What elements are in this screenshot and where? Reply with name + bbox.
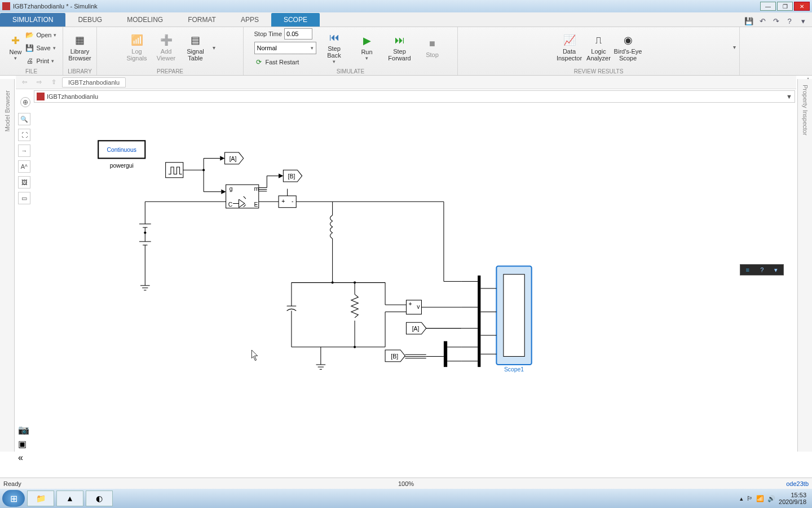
- taskbar-matlab-icon[interactable]: ▲: [56, 491, 83, 506]
- svg-text:+: +: [281, 198, 285, 204]
- tab-simulation[interactable]: SIMULATION: [0, 13, 65, 27]
- step-forward-button[interactable]: ⏭ Step Forward: [385, 28, 414, 67]
- taskbar-browser-icon[interactable]: ◐: [86, 491, 113, 506]
- close-button[interactable]: ✕: [794, 2, 810, 11]
- nav-back-icon[interactable]: ⇦: [18, 77, 30, 87]
- float-icon-1[interactable]: ≡: [746, 266, 749, 273]
- print-icon: 🖨: [25, 56, 34, 65]
- stop-icon: ■: [426, 37, 439, 50]
- hide-navigate-button[interactable]: ⊕: [20, 97, 30, 107]
- step-back-icon: ⏮: [328, 30, 341, 44]
- tab-format[interactable]: FORMAT: [175, 13, 228, 27]
- fast-restart-button[interactable]: ⟳Fast Restart: [254, 56, 316, 68]
- ribbon-toolbar: ✚ New ▾ 📂Open▾ 💾Save▾ 🖨Print▾ FILE ▦ Lib…: [0, 27, 812, 76]
- floating-toolbar[interactable]: ≡ ? ▾: [740, 264, 784, 275]
- taskbar-explorer-icon[interactable]: 📁: [27, 491, 54, 506]
- save-button[interactable]: 💾Save▾: [25, 42, 57, 54]
- logic-analyzer-icon: ⎍: [592, 33, 606, 47]
- open-button[interactable]: 📂Open▾: [25, 29, 57, 41]
- save-quick-icon[interactable]: 💾: [743, 15, 754, 27]
- log-signals-icon: 📶: [130, 33, 144, 47]
- status-ready: Ready: [3, 480, 21, 487]
- ribbon-tabs: SIMULATION DEBUG MODELING FORMAT APPS SC…: [0, 12, 812, 27]
- stoptime-label: Stop Time: [254, 30, 283, 37]
- path-dropdown-icon[interactable]: ▼: [786, 93, 792, 100]
- svg-text:Continuous: Continuous: [107, 147, 137, 153]
- step-back-button[interactable]: ⏮ Step Back▾: [320, 28, 349, 67]
- canvas-toolbar: 🔍 ⛶ → Aᴬ 🖼 ▭: [18, 113, 32, 204]
- svg-rect-3: [166, 163, 183, 178]
- status-bar: Ready 100% ode23tb: [0, 478, 812, 489]
- run-icon: ▶: [360, 34, 374, 47]
- library-browser-button[interactable]: ▦ Library Browser: [65, 28, 95, 67]
- signal-table-button[interactable]: ▤ Signal Table: [181, 28, 210, 67]
- minimize-button[interactable]: —: [760, 2, 776, 11]
- data-inspector-icon: 📈: [563, 33, 576, 47]
- birdseye-scope-button[interactable]: ◉ Bird's-Eye Scope: [614, 28, 643, 67]
- stoptime-input[interactable]: [284, 28, 312, 40]
- image-tool-icon[interactable]: 🖼: [18, 176, 30, 189]
- step-forward-icon: ⏭: [393, 33, 407, 47]
- model-icon: [37, 93, 45, 100]
- fast-restart-icon: ⟳: [254, 58, 263, 67]
- review-more-icon[interactable]: ▾: [730, 44, 738, 50]
- tray-volume-icon[interactable]: 🔊: [767, 495, 775, 502]
- overview-tool-icon[interactable]: ▣: [18, 439, 32, 449]
- simulink-icon: [2, 2, 10, 10]
- tab-apps[interactable]: APPS: [228, 13, 271, 27]
- redo-icon[interactable]: ↷: [770, 15, 782, 27]
- tray-clock[interactable]: 15:53 2020/9/18: [779, 492, 806, 505]
- windows-taskbar: ⊞ 📁 ▲ ◐ ▴ 🏳 📶 🔊 15:53 2020/9/18: [0, 489, 812, 508]
- collapse-toolbar-icon[interactable]: «: [18, 453, 32, 463]
- tray-flag-icon[interactable]: 🏳: [747, 495, 753, 502]
- help-icon[interactable]: ?: [784, 15, 795, 27]
- tab-modeling[interactable]: MODELING: [114, 13, 175, 27]
- nav-up-icon[interactable]: ⇧: [47, 77, 60, 87]
- add-viewer-button[interactable]: ➕ Add Viewer: [152, 28, 181, 67]
- save-icon: 💾: [25, 43, 34, 52]
- sample-time-icon[interactable]: →: [18, 144, 30, 157]
- zoom-tool-icon[interactable]: 🔍: [18, 113, 30, 125]
- tab-debug[interactable]: DEBUG: [65, 13, 114, 27]
- canvas-toolbar-bottom: 📷 ▣ «: [18, 424, 32, 463]
- maximize-button[interactable]: ❐: [777, 2, 793, 11]
- new-button[interactable]: ✚ New ▾: [6, 28, 25, 67]
- model-canvas[interactable]: Continuous powergui [A] g m C E [B] + -: [34, 108, 795, 468]
- property-inspector-panel[interactable]: Property Inspector: [797, 79, 812, 452]
- undo-icon[interactable]: ↶: [757, 15, 768, 27]
- tab-scope[interactable]: SCOPE: [271, 13, 320, 27]
- svg-rect-79: [478, 275, 480, 367]
- nav-forward-icon[interactable]: ⇨: [33, 77, 45, 87]
- signal-table-icon: ▤: [189, 33, 202, 47]
- log-signals-button[interactable]: 📶 Log Signals: [122, 28, 152, 67]
- svg-text:Scope1: Scope1: [504, 366, 524, 373]
- tray-expand-icon[interactable]: ▴: [740, 495, 743, 502]
- new-icon: ✚: [9, 34, 23, 47]
- logic-analyzer-button[interactable]: ⎍ Logic Analyzer: [584, 28, 614, 67]
- path-bar[interactable]: IGBTzhanbodianlu ▼: [34, 90, 795, 103]
- screenshot-tool-icon[interactable]: 📷: [18, 424, 32, 435]
- simulation-mode-select[interactable]: Normal▾: [254, 42, 316, 54]
- status-solver[interactable]: ode23tb: [786, 480, 809, 487]
- run-button[interactable]: ▶ Run▾: [352, 28, 382, 67]
- help-dropdown-icon[interactable]: ▾: [797, 15, 809, 27]
- model-tab[interactable]: IGBTzhanbodianlu: [62, 77, 126, 87]
- annotation-tool-icon[interactable]: Aᴬ: [18, 160, 30, 173]
- float-icon-3[interactable]: ▾: [774, 266, 778, 274]
- fit-tool-icon[interactable]: ⛶: [18, 129, 30, 141]
- model-browser-panel[interactable]: Model Browser: [0, 79, 15, 452]
- print-button[interactable]: 🖨Print▾: [25, 55, 57, 67]
- area-tool-icon[interactable]: ▭: [18, 192, 30, 204]
- svg-text:E: E: [254, 202, 258, 208]
- status-zoom[interactable]: 100%: [398, 480, 414, 487]
- float-icon-2[interactable]: ?: [760, 266, 764, 273]
- prepare-more-icon[interactable]: ▾: [210, 28, 218, 67]
- window-title: IGBTzhanbodianlu * - Simulink: [13, 3, 98, 10]
- svg-text:-: -: [292, 198, 293, 204]
- svg-text:[B]: [B]: [288, 173, 295, 179]
- start-button[interactable]: ⊞: [2, 490, 25, 507]
- svg-rect-75: [444, 341, 447, 367]
- tray-network-icon[interactable]: 📶: [756, 495, 764, 502]
- data-inspector-button[interactable]: 📈 Data Inspector: [555, 28, 584, 67]
- stop-button[interactable]: ■ Stop: [418, 28, 447, 67]
